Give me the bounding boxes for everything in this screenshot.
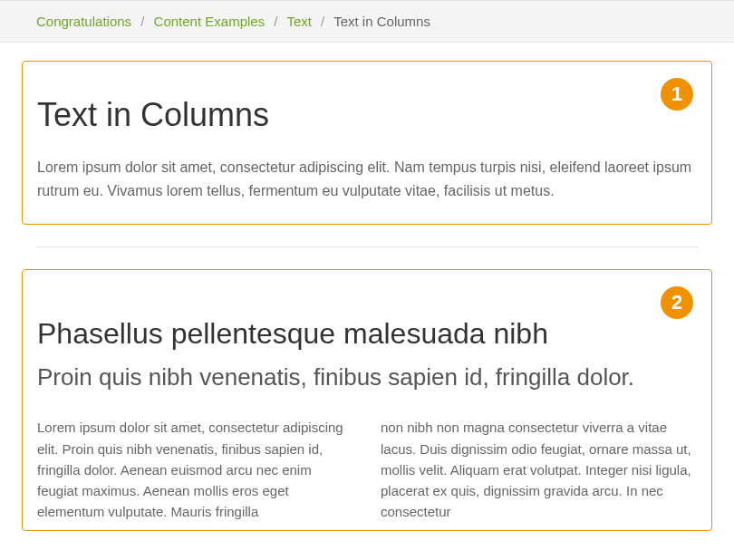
column-right: non nibh non magna consectetur viverra a… [381,417,697,522]
content-block-2: 2 Phasellus pellentesque malesuada nibh … [22,269,712,530]
badge-icon: 1 [661,78,693,111]
page-title: Text in Columns [37,96,697,134]
section-heading: Phasellus pellentesque malesuada nibh [37,317,697,351]
content-block-1: 1 Text in Columns Lorem ipsum dolor sit … [22,61,712,225]
breadcrumb-link-congratulations[interactable]: Congratulations [36,14,131,29]
section-divider [36,246,698,247]
intro-paragraph: Lorem ipsum dolor sit amet, consectetur … [37,156,697,202]
badge-icon: 2 [661,286,693,319]
column-left: Lorem ipsum dolor sit amet, consectetur … [37,417,353,522]
breadcrumb-link-text[interactable]: Text [286,14,312,29]
breadcrumb-separator: / [321,14,324,29]
breadcrumb-link-content-examples[interactable]: Content Examples [154,14,266,29]
breadcrumb-current: Text in Columns [333,14,430,29]
text-columns: Lorem ipsum dolor sit amet, consectetur … [37,417,697,522]
section-subheading: Proin quis nibh venenatis, finibus sapie… [37,362,697,393]
breadcrumb-separator: / [274,14,277,29]
breadcrumb-separator: / [140,14,144,29]
breadcrumb: Congratulations / Content Examples / Tex… [0,0,734,43]
